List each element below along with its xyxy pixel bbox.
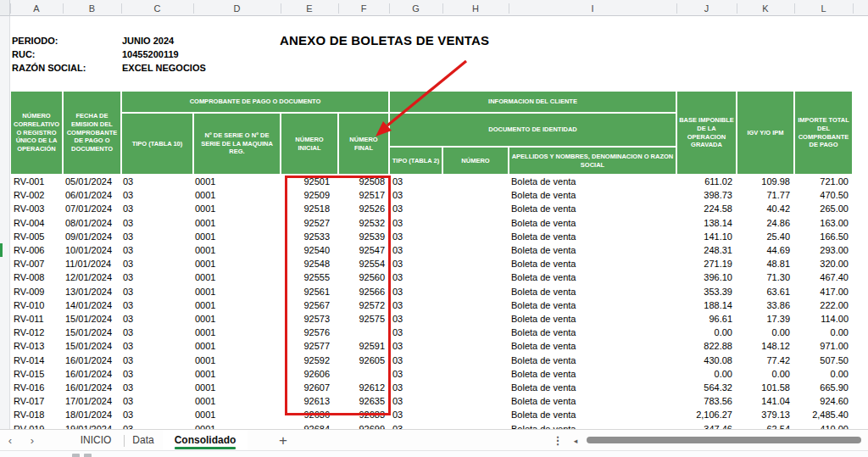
cell-b-row7[interactable]: 11/01/2024 bbox=[63, 257, 121, 270]
cell-i-row18[interactable]: Boleta de venta bbox=[509, 408, 676, 421]
cell-l-row4[interactable]: 163.00 bbox=[794, 216, 853, 230]
cell-d-row17[interactable]: 0001 bbox=[193, 394, 281, 408]
cell-i-row10[interactable]: Boleta de venta bbox=[509, 298, 676, 312]
cell-l-row14[interactable]: 507.50 bbox=[794, 354, 853, 367]
cell-i-row2[interactable]: Boleta de venta bbox=[509, 188, 676, 202]
cell-k-row15[interactable]: 0.00 bbox=[737, 367, 794, 381]
cell-j-row2[interactable]: 398.73 bbox=[676, 188, 737, 202]
cell-i-row9[interactable]: Boleta de venta bbox=[509, 285, 676, 298]
header-group-comprobante[interactable]: COMPROBANTE DE PAGO O DOCUMENTO bbox=[121, 91, 389, 113]
cell-c-row13[interactable]: 03 bbox=[121, 339, 193, 353]
periodo-value[interactable]: JUNIO 2024 bbox=[122, 36, 174, 46]
cell-l-row13[interactable]: 971.00 bbox=[794, 339, 853, 353]
cell-l-row10[interactable]: 222.00 bbox=[794, 298, 853, 312]
column-header-j[interactable]: J bbox=[704, 3, 709, 15]
cell-i-row6[interactable]: Boleta de venta bbox=[509, 243, 676, 257]
cell-l-row9[interactable]: 417.00 bbox=[794, 285, 853, 298]
cell-a-row10[interactable]: RV-010 bbox=[10, 298, 63, 312]
cell-f-row19[interactable]: 92699 bbox=[338, 422, 389, 429]
cell-b-row8[interactable]: 12/01/2024 bbox=[63, 270, 121, 284]
cell-e-row19[interactable]: 92684 bbox=[281, 422, 338, 429]
cell-i-row16[interactable]: Boleta de venta bbox=[509, 381, 676, 394]
sheet-tab-inicio[interactable]: INICIO bbox=[68, 430, 124, 451]
cell-g-row13[interactable]: 03 bbox=[389, 339, 442, 353]
cell-a-row17[interactable]: RV-017 bbox=[10, 394, 63, 408]
cell-i-row17[interactable]: Boleta de venta bbox=[509, 394, 676, 408]
cell-c-row14[interactable]: 03 bbox=[121, 354, 193, 367]
column-separator[interactable] bbox=[10, 3, 11, 14]
cell-l-row19[interactable]: 410.00 bbox=[794, 422, 853, 429]
sheet-nav-prev-icon[interactable]: ‹ bbox=[2, 432, 19, 449]
cell-g-row16[interactable]: 03 bbox=[389, 381, 442, 394]
select-all-corner[interactable] bbox=[0, 0, 10, 16]
cell-d-row12[interactable]: 0001 bbox=[193, 326, 281, 339]
cell-d-row19[interactable]: 0001 bbox=[193, 422, 281, 429]
cell-b-row18[interactable]: 18/01/2024 bbox=[63, 408, 121, 421]
cell-b-row2[interactable]: 06/01/2024 bbox=[63, 188, 121, 202]
cell-b-row17[interactable]: 17/01/2024 bbox=[63, 394, 121, 408]
cell-h-row15[interactable] bbox=[442, 367, 509, 381]
cell-g-row6[interactable]: 03 bbox=[389, 243, 442, 257]
cell-i-row5[interactable]: Boleta de venta bbox=[509, 230, 676, 243]
cell-b-row12[interactable]: 15/01/2024 bbox=[63, 326, 121, 339]
cell-l-row7[interactable]: 320.00 bbox=[794, 257, 853, 270]
cell-d-row11[interactable]: 0001 bbox=[193, 312, 281, 326]
cell-l-row8[interactable]: 467.40 bbox=[794, 270, 853, 284]
cell-c-row2[interactable]: 03 bbox=[121, 188, 193, 202]
cell-b-row16[interactable]: 16/01/2024 bbox=[63, 381, 121, 394]
cell-l-row1[interactable]: 721.00 bbox=[794, 175, 853, 188]
cell-a-row13[interactable]: RV-013 bbox=[10, 339, 63, 353]
cell-a-row18[interactable]: RV-018 bbox=[10, 408, 63, 421]
cell-h-row3[interactable] bbox=[442, 202, 509, 215]
cell-d-row1[interactable]: 0001 bbox=[193, 175, 281, 188]
header-apellidos[interactable]: APELLIDOS Y NOMBRES, DENOMINACION O RAZO… bbox=[509, 147, 676, 175]
cell-i-row3[interactable]: Boleta de venta bbox=[509, 202, 676, 215]
cell-k-row12[interactable]: 0.00 bbox=[737, 326, 794, 339]
cell-g-row17[interactable]: 03 bbox=[389, 394, 442, 408]
cell-d-row10[interactable]: 0001 bbox=[193, 298, 281, 312]
cell-k-row5[interactable]: 25.40 bbox=[737, 230, 794, 243]
header-group-doc-identidad[interactable]: DOCUMENTO DE IDENTIDAD bbox=[389, 113, 676, 147]
cell-i-row12[interactable]: Boleta de venta bbox=[509, 326, 676, 339]
razon-social-value[interactable]: EXCEL NEGOCIOS bbox=[122, 63, 206, 73]
cell-i-row4[interactable]: Boleta de venta bbox=[509, 216, 676, 230]
add-sheet-button[interactable]: + bbox=[273, 431, 293, 450]
cell-k-row10[interactable]: 33.86 bbox=[737, 298, 794, 312]
cell-c-row16[interactable]: 03 bbox=[121, 381, 193, 394]
cell-h-row6[interactable] bbox=[442, 243, 509, 257]
cell-h-row11[interactable] bbox=[442, 312, 509, 326]
cell-a-row8[interactable]: RV-008 bbox=[10, 270, 63, 284]
cell-l-row15[interactable]: 0.00 bbox=[794, 367, 853, 381]
cell-h-row16[interactable] bbox=[442, 381, 509, 394]
cell-a-row4[interactable]: RV-004 bbox=[10, 216, 63, 230]
cell-b-row14[interactable]: 16/01/2024 bbox=[63, 354, 121, 367]
header-fecha-emision[interactable]: FECHA DE EMISION DEL COMPROBANTE DE PAGO… bbox=[63, 91, 121, 175]
cell-a-row7[interactable]: RV-007 bbox=[10, 257, 63, 270]
cell-g-row3[interactable]: 03 bbox=[389, 202, 442, 215]
cell-j-row19[interactable]: 347.46 bbox=[676, 422, 737, 429]
column-header-h[interactable]: H bbox=[472, 3, 479, 15]
cell-h-row7[interactable] bbox=[442, 257, 509, 270]
cell-d-row13[interactable]: 0001 bbox=[193, 339, 281, 353]
cell-k-row16[interactable]: 101.58 bbox=[737, 381, 794, 394]
column-header-l[interactable]: L bbox=[821, 3, 826, 15]
cell-b-row6[interactable]: 10/01/2024 bbox=[63, 243, 121, 257]
cell-l-row11[interactable]: 114.00 bbox=[794, 312, 853, 326]
cell-b-row19[interactable]: 19/01/2024 bbox=[63, 422, 121, 429]
column-header-i[interactable]: I bbox=[591, 3, 593, 15]
cell-i-row19[interactable]: Boleta de venta bbox=[509, 422, 676, 429]
header-importe-total[interactable]: IMPORTE TOTAL DEL COMPROBANTE DE PAGO bbox=[794, 91, 853, 175]
column-separator[interactable] bbox=[509, 3, 509, 14]
cell-a-row19[interactable]: RV-019 bbox=[10, 422, 63, 429]
cell-a-row11[interactable]: RV-011 bbox=[10, 312, 63, 326]
razon-social-label[interactable]: RAZÓN SOCIAL: bbox=[12, 63, 86, 73]
cell-b-row3[interactable]: 07/01/2024 bbox=[63, 202, 121, 215]
cell-d-row6[interactable]: 0001 bbox=[193, 243, 281, 257]
cell-k-row1[interactable]: 109.98 bbox=[737, 175, 794, 188]
hscroll-left-arrow-icon[interactable]: ◂ bbox=[570, 434, 581, 448]
cell-h-row1[interactable] bbox=[442, 175, 509, 188]
cell-a-row12[interactable]: RV-012 bbox=[10, 326, 63, 339]
sheet-nav-next-icon[interactable]: › bbox=[24, 432, 41, 449]
cell-l-row5[interactable]: 166.50 bbox=[794, 230, 853, 243]
ruc-label[interactable]: RUC: bbox=[12, 49, 36, 59]
